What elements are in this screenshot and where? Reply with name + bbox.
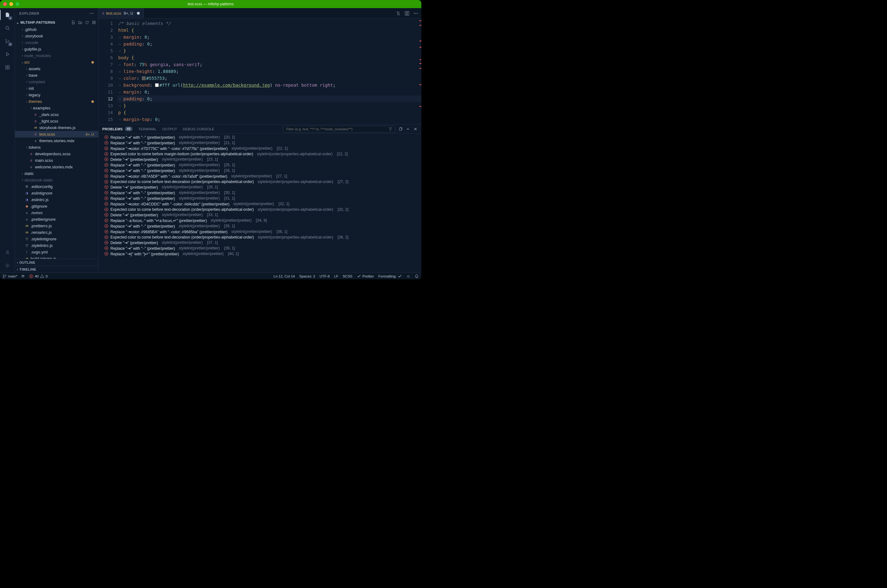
tree-file[interactable]: JS.remarkrc.js (15, 229, 98, 236)
ruler-error-mark[interactable] (419, 25, 421, 26)
code-line[interactable]: p { (118, 109, 421, 116)
activity-settings[interactable] (3, 261, 12, 270)
status-sync[interactable]: ⟳ (21, 274, 25, 278)
panel-close-button[interactable] (413, 127, 417, 131)
panel-tab-debug-console[interactable]: DEBUG CONSOLE (183, 127, 214, 131)
tree-folder[interactable]: ›.vscode (15, 39, 98, 46)
status-branch[interactable]: main* (3, 274, 17, 278)
problem-row[interactable]: Delete "⇥" (prettier/prettier)stylelint(… (99, 240, 421, 245)
status-language[interactable]: SCSS (343, 274, 353, 278)
split-editor-button[interactable] (405, 11, 410, 16)
tree-file[interactable]: ◆.gitignore (15, 203, 98, 210)
tree-folder[interactable]: ⌄themes (15, 98, 98, 105)
tree-file[interactable]: JSstorybook-themes.js (15, 124, 98, 131)
new-folder-button[interactable] (78, 20, 83, 25)
problem-row[interactable]: Replace "⇥color:·#D4CDDC" with "··color:… (99, 201, 421, 207)
tree-folder[interactable]: ›init (15, 85, 98, 92)
problem-row[interactable]: Expected color to come before margin-bot… (99, 151, 421, 156)
tree-file[interactable]: ≡.prettierignore (15, 216, 98, 223)
code-line[interactable]: → padding: 0; (118, 95, 421, 102)
code-line[interactable]: /* basic elements */ (118, 20, 421, 27)
problem-row[interactable]: Replace "⇥color:·#7D775C" with "··color:… (99, 146, 421, 151)
tree-folder[interactable]: ›node_modules (15, 52, 98, 59)
status-spaces[interactable]: Spaces: 2 (299, 274, 315, 278)
activity-explorer[interactable]: 1 (3, 10, 12, 20)
code-line[interactable]: → background: #fff url(http://example.co… (118, 82, 421, 88)
status-notifications[interactable] (414, 274, 419, 278)
status-formatting[interactable]: Formatting: (378, 274, 402, 278)
code-content[interactable]: /* basic elements */html {→ margin: 0;→ … (117, 19, 421, 124)
problems-list[interactable]: Replace "⇥" with "··" (prettier/prettier… (99, 134, 421, 273)
tree-file[interactable]: ▽.stylelintignore (15, 236, 98, 242)
panel-tab-problems[interactable]: PROBLEMS 40 (102, 127, 132, 131)
tree-folder[interactable]: ›.github (15, 26, 98, 33)
tree-file[interactable]: #_light.scss (15, 118, 98, 124)
ruler-error-mark[interactable] (419, 84, 421, 85)
tree-folder[interactable]: ›examples (15, 105, 98, 111)
tree-file[interactable]: ≡welcome.stories.mdx (15, 164, 98, 170)
code-line[interactable]: → } (118, 102, 421, 109)
problem-row[interactable]: Replace "⇥" with "··" (prettier/prettier… (99, 190, 421, 195)
problem-row[interactable]: Expected color to come before text-decor… (99, 179, 421, 184)
outline-section[interactable]: › OUTLINE (15, 259, 98, 266)
panel-tab-terminal[interactable]: TERMINAL (138, 127, 156, 131)
ruler-error-mark[interactable] (419, 47, 421, 48)
ruler-error-mark[interactable] (419, 20, 421, 21)
status-cursor[interactable]: Ln 12, Col 14 (273, 274, 295, 278)
problem-row[interactable]: Delete "⇥" (prettier/prettier)stylelint(… (99, 212, 421, 218)
tree-folder[interactable]: ›compiled (15, 79, 98, 85)
problem-row[interactable]: Replace "⇥" with "··" (prettier/prettier… (99, 134, 421, 140)
tree-file[interactable]: ◑.eslintrc.js (15, 196, 98, 203)
activity-extensions[interactable] (3, 63, 12, 72)
problem-row[interactable]: Expected color to come before text-decor… (99, 234, 421, 240)
compare-changes-button[interactable] (396, 11, 401, 16)
problem-row[interactable]: Delete "⇥" (prettier/prettier)stylelint(… (99, 184, 421, 190)
status-problems[interactable]: 40 0 (29, 274, 47, 278)
new-file-button[interactable] (71, 20, 76, 25)
tree-folder[interactable]: ›gulpfile.js (15, 46, 98, 52)
problem-row[interactable]: Delete "⇥" (prettier/prettier)stylelint(… (99, 156, 421, 162)
code-line[interactable]: → padding: 0; (118, 40, 421, 47)
tree-folder[interactable]: ›assets (15, 66, 98, 72)
problem-row[interactable]: Replace "⇥}" with "}↵" (prettier/prettie… (99, 251, 421, 256)
code-line[interactable]: → margin-top: 0; (118, 116, 421, 123)
panel-copy-button[interactable] (398, 127, 403, 131)
tree-folder[interactable]: ⌄src (15, 59, 98, 66)
explorer-more-button[interactable] (90, 11, 94, 16)
activity-search[interactable] (3, 24, 12, 32)
panel-tab-output[interactable]: OUTPUT (162, 127, 177, 131)
problems-filter[interactable] (283, 126, 395, 132)
code-line[interactable]: → margin: 0; (118, 34, 421, 40)
tree-folder[interactable]: ›static (15, 170, 98, 177)
status-feedback[interactable]: ☺ (407, 274, 410, 278)
tree-file[interactable]: ⚙.editorconfig (15, 183, 98, 190)
tree-file[interactable]: #test.scss9+, U (15, 131, 98, 138)
panel-collapse-button[interactable] (406, 127, 410, 131)
ruler-error-mark[interactable] (419, 59, 421, 60)
tree-file[interactable]: ▽.stylelintrc.js (15, 242, 98, 249)
problem-row[interactable]: Replace "⇥" with "··" (prettier/prettier… (99, 140, 421, 146)
problem-row[interactable]: Replace "⇥color:·#B7A5DF" with "··color:… (99, 173, 421, 179)
code-line[interactable]: → line-height: 1.88889; (118, 68, 421, 75)
tab-dirty-indicator[interactable] (137, 12, 140, 15)
activity-debug[interactable] (3, 50, 12, 58)
tree-folder[interactable]: ›.storybook (15, 33, 98, 39)
code-editor[interactable]: 123456789101112131415 /* basic elements … (99, 19, 421, 124)
problems-filter-input[interactable] (286, 127, 387, 131)
problem-row[interactable]: Expected color to come before text-decor… (99, 207, 421, 212)
tree-folder[interactable]: ›base (15, 72, 98, 79)
activity-scm[interactable]: 1 (3, 37, 12, 45)
project-header[interactable]: ⌄ MLTSHP-PATTERNS (15, 19, 98, 26)
problem-row[interactable]: Replace "⇥" with "··" (prettier/prettier… (99, 245, 421, 251)
tree-file[interactable]: ≡themes.stories.mdx (15, 138, 98, 144)
tree-file[interactable]: ◑.eslintignore (15, 190, 98, 196)
tab-test-scss[interactable]: # test.scss 9+, U (99, 8, 144, 18)
tree-file[interactable]: #main.scss (15, 157, 98, 164)
status-encoding[interactable]: UTF-8 (320, 274, 330, 278)
code-line[interactable]: → color: #555753; (118, 75, 421, 82)
problem-row[interactable]: Replace "⇥" with "··" (prettier/prettier… (99, 223, 421, 229)
code-line[interactable]: html { (118, 27, 421, 34)
problem-row[interactable]: Replace "⇥" with "··" (prettier/prettier… (99, 195, 421, 201)
code-line[interactable]: → } (118, 47, 421, 54)
tree-file[interactable]: JS.prettierrc.js (15, 223, 98, 229)
